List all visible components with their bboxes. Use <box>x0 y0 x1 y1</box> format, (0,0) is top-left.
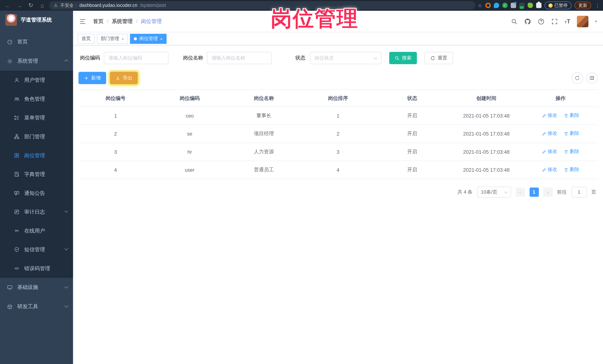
goto-page-input[interactable] <box>571 187 587 198</box>
col-post-name: 岗位名称 <box>227 90 301 107</box>
close-icon[interactable]: × <box>122 36 124 41</box>
fullscreen-icon[interactable] <box>551 18 558 25</box>
table-row: 2 se 项目经理 2 开启 2021-01-05 17:03:48 修改 删除 <box>79 125 598 143</box>
breadcrumb-system[interactable]: 系统管理 <box>112 18 133 25</box>
sidebar-item-notice[interactable]: 通知公告 <box>0 184 73 203</box>
status-text: 开启 <box>375 107 449 125</box>
main-area: 首页 / 系统管理 / 岗位管理 TT ▾ <box>73 11 603 364</box>
filter-status-select[interactable]: 岗位状态 <box>310 52 381 64</box>
edit-icon <box>542 149 546 154</box>
tab-post[interactable]: 岗位管理 × <box>130 33 166 44</box>
font-size-icon[interactable]: TT <box>565 18 570 24</box>
extensions-puzzle-icon[interactable] <box>536 3 541 8</box>
extension-orange-icon[interactable] <box>485 3 490 8</box>
export-button[interactable]: 导出 <box>110 72 138 84</box>
browser-actions: ☆ ✓ 已暂停 更新 ⋮ <box>477 1 600 9</box>
browser-home-button[interactable]: ⌂ <box>38 1 47 10</box>
security-warning-icon: ⚠ <box>54 3 58 8</box>
sidebar-submenu-system: 用户管理 角色管理 菜单管理 部门管理 <box>0 71 73 278</box>
page-size-select[interactable]: 10条/页 <box>477 187 511 198</box>
table-row: 1 ceo 董事长 1 开启 2021-01-05 17:03:48 修改 删除 <box>79 107 598 125</box>
total-count: 共 4 条 <box>457 189 473 195</box>
edit-link[interactable]: 修改 <box>542 148 557 155</box>
delete-link[interactable]: 删除 <box>564 148 580 155</box>
tag-tabs: 首页 部门管理 × 岗位管理 × <box>73 32 603 45</box>
help-icon[interactable] <box>538 18 545 25</box>
sidebar-item-role-management[interactable]: 角色管理 <box>0 89 73 109</box>
breadcrumb-current: 岗位管理 <box>141 18 162 25</box>
app-logo[interactable]: 芋道管理系统 <box>0 11 73 29</box>
close-icon[interactable]: × <box>160 36 162 41</box>
browser-reload-button[interactable]: ↻ <box>26 1 35 10</box>
edit-link[interactable]: 修改 <box>542 112 557 119</box>
filter-status-label: 状态 <box>295 55 305 61</box>
filter-name-input[interactable] <box>207 52 272 64</box>
search-button[interactable]: 搜索 <box>389 52 417 64</box>
columns-icon <box>589 75 595 81</box>
browser-forward-button[interactable]: → <box>15 1 24 10</box>
breadcrumb-separator: / <box>136 18 138 24</box>
col-status: 状态 <box>375 90 449 107</box>
filter-form: 岗位编码 岗位名称 状态 岗位状态 搜索 <box>79 52 598 64</box>
add-button[interactable]: 新增 <box>79 72 106 84</box>
github-icon[interactable] <box>524 18 531 25</box>
update-label: 更新 <box>579 2 587 8</box>
filter-code-input[interactable] <box>104 52 168 64</box>
paused-badge[interactable]: 已暂停 <box>544 1 571 9</box>
extension-green-icon[interactable] <box>527 3 533 8</box>
sidebar: 芋道管理系统 首页 系统管理 用户管理 <box>0 11 73 364</box>
tab-home[interactable]: 首页 <box>78 33 95 44</box>
sidebar-item-post-management[interactable]: 岗位管理 <box>0 146 73 165</box>
browser-chrome: ← → ↻ ⌂ ⚠ 不安全 dashboard.yudao.iocoder.cn… <box>0 0 603 11</box>
avatar[interactable] <box>577 16 588 27</box>
browser-back-button[interactable]: ← <box>3 1 12 10</box>
sidebar-item-devtools[interactable]: 研发工具 <box>0 297 73 316</box>
sidebar-item-home[interactable]: 首页 <box>0 32 73 52</box>
update-button[interactable]: 更新 <box>575 1 591 9</box>
delete-link[interactable]: 删除 <box>564 166 580 173</box>
sidebar-item-menu-management[interactable]: 菜单管理 <box>0 108 73 127</box>
search-icon[interactable] <box>511 18 518 25</box>
sidebar-item-audit-log[interactable]: 审计日志 <box>0 202 73 221</box>
reset-button[interactable]: 重置 <box>425 52 453 64</box>
post-management-view: 岗位编码 岗位名称 状态 岗位状态 搜索 <box>73 45 603 364</box>
prev-page-button[interactable]: ‹ <box>516 188 525 197</box>
sidebar-item-dict-management[interactable]: 字典管理 <box>0 165 73 184</box>
column-settings-button[interactable] <box>586 72 598 84</box>
tab-dept[interactable]: 部门管理 × <box>97 33 128 44</box>
audit-log-icon <box>14 209 20 215</box>
edit-icon <box>542 131 546 136</box>
sidebar-item-infrastructure[interactable]: 基础设施 <box>0 278 73 297</box>
refresh-table-button[interactable] <box>571 72 583 84</box>
user-icon <box>14 77 20 83</box>
col-post-sort: 岗位排序 <box>301 90 375 107</box>
bookmark-star-icon[interactable]: ☆ <box>477 2 482 8</box>
extension-check-icon[interactable]: ✓ <box>502 3 507 8</box>
app-title: 芋道管理系统 <box>21 17 52 23</box>
hamburger-icon[interactable] <box>79 18 86 25</box>
sidebar-item-sms[interactable]: 短信管理 <box>0 240 73 259</box>
chevron-down-icon <box>504 190 508 194</box>
delete-link[interactable]: 删除 <box>564 130 580 137</box>
next-page-button[interactable]: › <box>543 188 553 197</box>
browser-menu-icon[interactable]: ⋮ <box>595 2 600 8</box>
filter-code-label: 岗位编码 <box>80 55 100 61</box>
caret-down-icon[interactable]: ▾ <box>595 19 597 23</box>
sidebar-item-dept-management[interactable]: 部门管理 <box>0 127 73 146</box>
sidebar-item-online-users[interactable]: 在线用户 <box>0 221 73 240</box>
sidebar-item-system[interactable]: 系统管理 <box>0 52 73 71</box>
delete-link[interactable]: 删除 <box>564 112 580 119</box>
extension-note-icon[interactable] <box>519 3 524 8</box>
edit-link[interactable]: 修改 <box>542 166 557 173</box>
address-bar[interactable]: ⚠ 不安全 dashboard.yudao.iocoder.cn /system… <box>49 1 475 10</box>
status-text: 开启 <box>375 161 449 179</box>
extension-gray-icon[interactable] <box>510 3 516 8</box>
sidebar-item-error-code[interactable]: 错误码管理 <box>0 259 73 278</box>
breadcrumb-home[interactable]: 首页 <box>93 18 103 25</box>
edit-link[interactable]: 修改 <box>542 130 557 137</box>
sidebar-item-user-management[interactable]: 用户管理 <box>0 71 73 89</box>
screen: 岗位管理 ← → ↻ ⌂ ⚠ 不安全 dashboard.yudao.iocod… <box>0 0 603 364</box>
extension-pin-icon[interactable] <box>494 3 499 8</box>
online-user-icon <box>14 228 20 234</box>
page-number-1[interactable]: 1 <box>529 188 539 197</box>
